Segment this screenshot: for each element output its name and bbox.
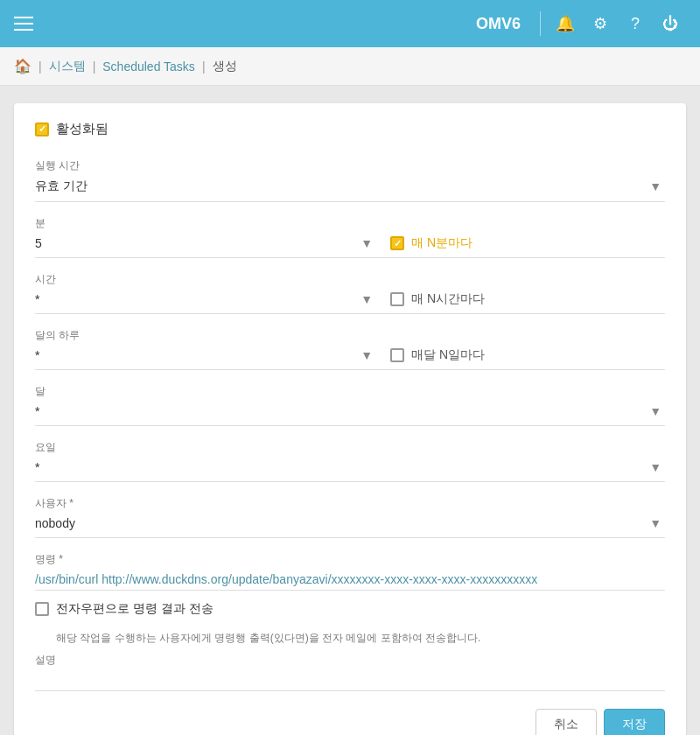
execution-time-arrow[interactable]: ▼ (646, 179, 665, 193)
breadcrumb: 🏠 | 시스템 | Scheduled Tasks | 생성 (0, 47, 700, 86)
topbar-divider (540, 11, 541, 36)
breadcrumb-sep-2: | (93, 60, 96, 74)
user-group: 사용자 * nobody ▼ (35, 489, 665, 538)
execution-time-group: 실행 시간 유효 기간 ▼ (35, 151, 665, 202)
every-n-minutes-checkbox[interactable] (390, 236, 404, 250)
topbar: OMV6 🔔 ⚙ ? ⏻ (0, 0, 700, 47)
day-of-month-value: * (35, 345, 357, 366)
comment-input[interactable] (35, 669, 665, 691)
send-email-checkbox[interactable] (35, 602, 49, 616)
every-n-days-label: 매달 N일마다 (411, 347, 485, 363)
day-of-month-select-col: * ▼ (35, 345, 376, 366)
user-label: 사용자 * (35, 489, 665, 511)
month-group: 달 * ▼ (35, 377, 665, 426)
minute-row: 5 ▼ 매 N분마다 (35, 233, 665, 258)
breadcrumb-home[interactable]: 🏠 (14, 58, 32, 74)
hamburger-menu[interactable] (14, 17, 33, 31)
execution-time-row: 유효 기간 ▼ (35, 175, 665, 202)
save-button[interactable]: 저장 (604, 709, 665, 735)
send-email-label: 전자우편으로 명령 결과 전송 (56, 601, 214, 617)
month-row: * ▼ (35, 401, 665, 426)
every-n-days-group: 매달 N일마다 (390, 347, 485, 363)
hour-select-col: * ▼ (35, 289, 376, 310)
enabled-row: 활성화됨 (35, 121, 665, 137)
user-row: nobody ▼ (35, 513, 665, 538)
day-of-month-select-wrapper: * ▼ (35, 345, 376, 366)
hour-select-wrapper: * ▼ (35, 289, 376, 310)
every-n-hours-checkbox[interactable] (390, 292, 404, 306)
day-of-month-label: 달의 하루 (35, 321, 665, 343)
topbar-right: OMV6 🔔 ⚙ ? ⏻ (476, 8, 686, 39)
execution-time-label: 실행 시간 (35, 151, 665, 173)
breadcrumb-sep-1: | (38, 60, 42, 74)
every-n-hours-group: 매 N시간마다 (390, 291, 485, 307)
power-icon[interactable]: ⏻ (654, 8, 686, 39)
day-of-month-row: * ▼ 매달 N일마다 (35, 345, 665, 370)
command-group: 명령 * (35, 545, 665, 591)
month-value: * (35, 401, 646, 422)
breadcrumb-current: 생성 (213, 59, 237, 74)
day-of-month-group: 달의 하루 * ▼ 매달 N일마다 (35, 321, 665, 370)
weekday-group: 요일 * ▼ (35, 433, 665, 482)
hour-arrow[interactable]: ▼ (357, 292, 376, 306)
minute-arrow[interactable]: ▼ (357, 236, 376, 250)
command-input[interactable] (35, 569, 665, 590)
content-area: 활성화됨 실행 시간 유효 기간 ▼ 분 5 ▼ (0, 86, 700, 735)
command-row (35, 569, 665, 591)
execution-time-value: 유효 기간 (35, 175, 646, 198)
month-arrow[interactable]: ▼ (646, 404, 665, 418)
enabled-checkbox[interactable] (35, 122, 49, 136)
breadcrumb-system[interactable]: 시스템 (49, 59, 86, 74)
minute-select-col: 5 ▼ (35, 233, 376, 254)
weekday-arrow[interactable]: ▼ (646, 460, 665, 474)
every-n-minutes-label: 매 N분마다 (411, 235, 472, 251)
user-arrow[interactable]: ▼ (646, 516, 665, 530)
hour-group: 시간 * ▼ 매 N시간마다 (35, 265, 665, 314)
minute-label: 분 (35, 209, 665, 231)
brand-name: OMV6 (476, 15, 521, 33)
comment-group: 설명 (35, 653, 665, 691)
hour-row: * ▼ 매 N시간마다 (35, 289, 665, 314)
day-of-month-arrow[interactable]: ▼ (357, 348, 376, 362)
cancel-button[interactable]: 취소 (536, 709, 597, 735)
button-row: 취소 저장 (35, 709, 665, 735)
command-label: 명령 * (35, 545, 665, 567)
gear-icon[interactable]: ⚙ (584, 8, 616, 39)
minute-value: 5 (35, 233, 357, 254)
topbar-left (14, 17, 33, 31)
email-checkbox-row: 전자우편으로 명령 결과 전송 (35, 601, 665, 617)
minute-select-wrapper: 5 ▼ (35, 233, 376, 254)
month-label: 달 (35, 377, 665, 399)
notification-icon[interactable]: 🔔 (550, 8, 581, 39)
form-card: 활성화됨 실행 시간 유효 기간 ▼ 분 5 ▼ (14, 103, 686, 735)
weekday-label: 요일 (35, 433, 665, 455)
breadcrumb-scheduled-tasks[interactable]: Scheduled Tasks (102, 60, 195, 74)
minute-group: 분 5 ▼ 매 N분마다 (35, 209, 665, 258)
email-section: 전자우편으로 명령 결과 전송 해당 작업을 수행하는 사용자에게 명령행 출력… (35, 601, 665, 646)
comment-label: 설명 (35, 653, 665, 668)
user-value: nobody (35, 513, 646, 534)
help-icon[interactable]: ? (620, 8, 651, 39)
every-n-hours-label: 매 N시간마다 (411, 291, 485, 307)
hour-value: * (35, 289, 357, 310)
breadcrumb-sep-3: | (202, 60, 206, 74)
every-n-days-checkbox[interactable] (390, 348, 404, 362)
enabled-label: 활성화됨 (56, 121, 108, 137)
hour-label: 시간 (35, 265, 665, 287)
weekday-row: * ▼ (35, 457, 665, 482)
every-n-minutes-group: 매 N분마다 (390, 235, 472, 251)
weekday-value: * (35, 457, 646, 478)
email-description: 해당 작업을 수행하는 사용자에게 명령행 출력(있다면)을 전자 메일에 포함… (56, 631, 665, 646)
